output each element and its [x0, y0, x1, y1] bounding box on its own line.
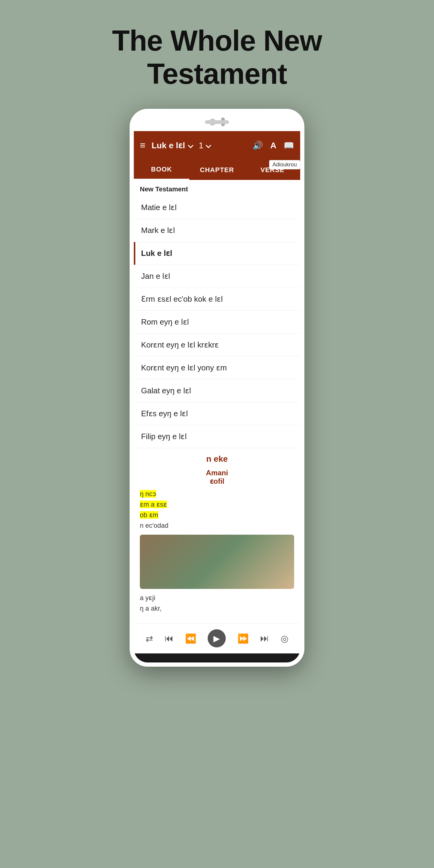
- chapter-selector-button[interactable]: 1: [198, 141, 210, 150]
- menu-button[interactable]: ≡: [140, 140, 146, 151]
- rewind-button[interactable]: ⏪: [185, 633, 196, 644]
- testament-section-header: New Testament: [134, 180, 300, 196]
- phone-notch: [134, 113, 300, 131]
- adioukrou-badge: Adioukrou: [269, 160, 300, 169]
- verse-body: ŋ ncɔ ɛm a ɛsɛ ob ɛm n ec'odad: [140, 489, 294, 531]
- verse-subtitle: Amani ɛofil: [140, 469, 294, 486]
- book-selector-button[interactable]: Luk e lɛl: [152, 141, 193, 150]
- list-item[interactable]: Efɛs eyŋ e lɛl: [134, 402, 300, 425]
- bible-content-area: n eke Amani ɛofil ŋ ncɔ ɛm a ɛsɛ ob ɛm n…: [134, 448, 300, 623]
- speaker-icon: [205, 120, 229, 124]
- shuffle-button[interactable]: ⇄: [146, 633, 153, 644]
- list-item[interactable]: Filip eyŋ e lɛl: [134, 425, 300, 448]
- playback-controls: ⇄ ⏮ ⏪ ▶ ⏩ ⏭ ◎: [134, 623, 300, 653]
- phone-frame: ≡ Luk e lɛl 1 🔊 A 📖 BOOK CH: [130, 109, 304, 667]
- list-item[interactable]: Mark e lɛl: [134, 219, 300, 242]
- phone-mockup: ≡ Luk e lɛl 1 🔊 A 📖 BOOK CH: [130, 109, 304, 667]
- tabs-container: BOOK CHAPTER VERSE Adioukrou: [134, 160, 300, 180]
- list-item[interactable]: Korɛnt eyŋ e lɛl krɛkrɛ: [134, 334, 300, 356]
- app-header: ≡ Luk e lɛl 1 🔊 A 📖: [134, 131, 300, 160]
- book-list: Matie e lɛl Mark e lɛl Luk e lɛl Jan e l…: [134, 196, 300, 448]
- list-item[interactable]: Matie e lɛl: [134, 196, 300, 219]
- book-chevron-icon: [188, 143, 193, 148]
- chapter-chevron-icon: [206, 143, 211, 148]
- volume-button[interactable]: 🔊: [253, 141, 263, 150]
- dropdown-panel: BOOK CHAPTER VERSE Adioukrou New Testame…: [134, 160, 300, 448]
- fast-forward-button[interactable]: ⏩: [238, 633, 249, 644]
- list-item[interactable]: Rom eyŋ e lɛl: [134, 311, 300, 334]
- list-item[interactable]: Jan e lɛl: [134, 265, 300, 288]
- tab-chapter[interactable]: CHAPTER: [189, 161, 245, 179]
- speed-button[interactable]: ◎: [281, 633, 288, 644]
- list-item[interactable]: Korɛnt eyŋ e lɛl yony ɛm: [134, 356, 300, 379]
- prev-chapter-button[interactable]: ⏮: [164, 633, 174, 644]
- next-chapter-button[interactable]: ⏭: [260, 633, 269, 644]
- list-item[interactable]: Ɛrm ɛsɛl ec'ob kok e lɛl: [134, 288, 300, 311]
- home-indicator: [134, 653, 300, 662]
- verse-footer: a yɛji ŋ a akr,: [140, 592, 294, 614]
- verse-header: n eke: [140, 454, 294, 464]
- play-button[interactable]: ▶: [208, 629, 226, 647]
- font-size-button[interactable]: A: [270, 141, 276, 150]
- list-item[interactable]: Galat eyŋ e lɛl: [134, 379, 300, 402]
- page-title: The Whole New Testament: [112, 24, 322, 91]
- reader-view-button[interactable]: 📖: [284, 141, 294, 150]
- tab-book[interactable]: BOOK: [134, 160, 189, 180]
- header-icons: 🔊 A 📖: [253, 141, 294, 150]
- verse-image: [140, 535, 294, 589]
- list-item-active[interactable]: Luk e lɛl: [134, 242, 300, 265]
